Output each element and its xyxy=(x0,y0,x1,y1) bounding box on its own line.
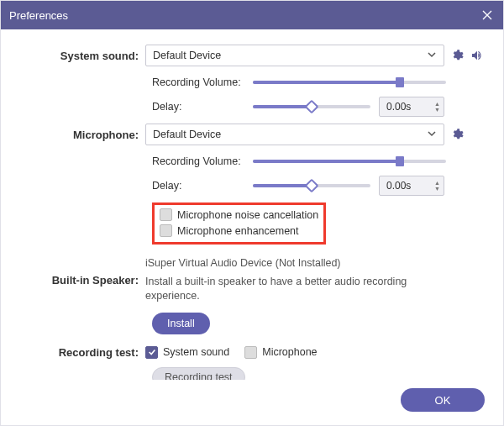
titlebar: Preferences xyxy=(1,1,503,29)
gear-icon[interactable] xyxy=(449,127,465,142)
test-system-sound-label: System sound xyxy=(163,346,229,358)
slider-thumb[interactable] xyxy=(305,100,319,114)
mic-enhance-label: Microphone enhancement xyxy=(177,225,299,237)
chevron-up-icon[interactable]: ▲ xyxy=(434,102,440,107)
mic-noise-cancel-label: Microphone noise cancellation xyxy=(177,209,318,221)
mic-enhance-checkbox[interactable]: Microphone enhancement xyxy=(160,224,318,237)
slider-fill xyxy=(253,160,400,163)
chevron-down-icon[interactable]: ▼ xyxy=(434,108,440,113)
checkbox-icon xyxy=(160,224,172,237)
checkbox-icon xyxy=(244,346,257,359)
system-sound-device-value: Default Device xyxy=(153,50,221,61)
mic-delay-label: Delay: xyxy=(152,180,253,192)
checkbox-icon xyxy=(160,208,172,221)
microphone-device-value: Default Device xyxy=(153,129,221,140)
mic-delay-stepper[interactable]: 0.00s ▲ ▼ xyxy=(379,176,444,196)
gear-icon[interactable] xyxy=(449,48,465,63)
slider-thumb[interactable] xyxy=(396,156,404,166)
system-volume-label: Recording Volume: xyxy=(152,76,253,88)
system-delay-label: Delay: xyxy=(152,101,253,113)
system-sound-device-select[interactable]: Default Device xyxy=(145,45,444,66)
mic-noise-cancel-checkbox[interactable]: Microphone noise cancellation xyxy=(160,208,318,221)
install-button[interactable]: Install xyxy=(152,313,210,334)
chevron-down-icon[interactable]: ▼ xyxy=(434,187,440,192)
system-volume-slider[interactable] xyxy=(253,75,446,90)
checkbox-icon xyxy=(145,346,158,359)
system-delay-value: 0.00s xyxy=(386,101,411,113)
slider-fill xyxy=(253,81,400,84)
test-microphone-checkbox[interactable]: Microphone xyxy=(244,346,317,359)
mic-delay-slider[interactable] xyxy=(253,178,370,193)
window-title: Preferences xyxy=(9,9,68,22)
mic-volume-label: Recording Volume: xyxy=(152,155,253,167)
system-sound-label: System sound: xyxy=(19,50,145,62)
preferences-window: Preferences System sound: Default Device xyxy=(0,0,504,426)
recording-test-label: Recording test: xyxy=(19,346,145,359)
microphone-label: Microphone: xyxy=(19,129,145,141)
mic-delay-value: 0.00s xyxy=(386,180,411,192)
close-icon[interactable] xyxy=(480,8,495,23)
mic-volume-slider[interactable] xyxy=(253,154,446,169)
chevron-up-icon[interactable]: ▲ xyxy=(434,181,440,186)
system-delay-slider[interactable] xyxy=(253,99,370,114)
slider-fill xyxy=(253,105,312,108)
speaker-label: Built-in Speaker: xyxy=(19,274,145,287)
footer: OK xyxy=(1,380,503,425)
speaker-hint: Install a built-in speaker to have a bet… xyxy=(145,275,431,304)
test-system-sound-checkbox[interactable]: System sound xyxy=(145,346,229,359)
recording-test-button[interactable]: Recording test xyxy=(152,367,245,381)
highlight-box: Microphone noise cancellation Microphone… xyxy=(152,202,326,245)
slider-fill xyxy=(253,184,312,187)
test-microphone-label: Microphone xyxy=(262,346,317,358)
chevron-down-icon xyxy=(427,129,437,141)
ok-button[interactable]: OK xyxy=(401,388,485,412)
content-area: System sound: Default Device Recording V… xyxy=(1,29,503,380)
chevron-down-icon xyxy=(427,50,437,62)
slider-thumb[interactable] xyxy=(305,179,319,193)
speaker-device: iSuper Virtual Audio Device (Not Install… xyxy=(145,256,341,271)
speaker-icon[interactable] xyxy=(470,48,485,63)
microphone-device-select[interactable]: Default Device xyxy=(145,124,444,145)
slider-thumb[interactable] xyxy=(396,77,404,87)
system-delay-stepper[interactable]: 0.00s ▲ ▼ xyxy=(379,97,444,117)
